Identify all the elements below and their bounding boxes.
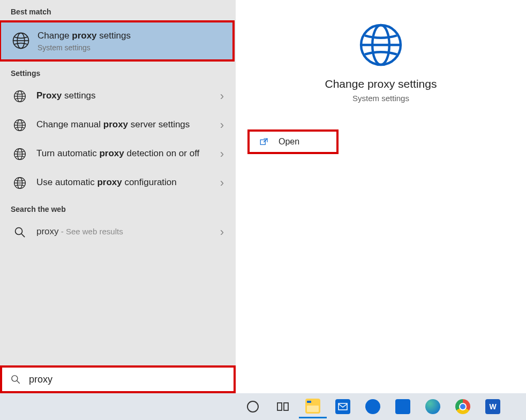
- app1-icon[interactable]: [359, 395, 387, 418]
- best-match-result[interactable]: Change proxy settings System settings: [0, 20, 235, 62]
- svg-point-23: [247, 401, 258, 412]
- search-input[interactable]: [29, 374, 226, 385]
- chevron-right-icon: ›: [217, 147, 227, 161]
- task-view-icon[interactable]: [269, 395, 297, 418]
- chevron-right-icon: ›: [217, 89, 227, 103]
- edge-icon[interactable]: [419, 395, 447, 418]
- app2-icon[interactable]: [389, 395, 417, 418]
- web-result[interactable]: proxy - See web results ›: [0, 218, 236, 247]
- svg-rect-25: [284, 403, 288, 410]
- settings-result-3[interactable]: Use automatic proxy configuration ›: [0, 169, 236, 197]
- globe-icon: [11, 116, 29, 134]
- open-label: Open: [279, 137, 299, 147]
- chevron-right-icon: ›: [217, 118, 227, 132]
- detail-subtitle: System settings: [352, 94, 409, 103]
- best-match-text: Change proxy settings System settings: [37, 30, 224, 52]
- settings-result-1[interactable]: Change manual proxy server settings ›: [0, 111, 236, 140]
- globe-icon: [11, 145, 29, 163]
- globe-icon: [11, 87, 29, 105]
- search-icon: [10, 373, 21, 385]
- cortana-icon[interactable]: [239, 395, 267, 418]
- best-match-header: Best match: [0, 0, 236, 20]
- svg-line-18: [17, 381, 20, 384]
- settings-result-2[interactable]: Turn automatic proxy detection on or off…: [0, 140, 236, 169]
- taskbar: W: [0, 393, 526, 420]
- svg-rect-22: [260, 140, 265, 144]
- mail-icon[interactable]: [329, 395, 357, 418]
- svg-rect-26: [339, 403, 347, 410]
- open-button[interactable]: Open: [247, 129, 339, 154]
- web-header: Search the web: [0, 197, 236, 218]
- open-icon: [259, 137, 269, 147]
- globe-large-icon: [357, 21, 404, 70]
- search-icon: [11, 223, 29, 241]
- chevron-right-icon: ›: [217, 176, 227, 190]
- search-box[interactable]: [0, 365, 236, 393]
- svg-line-16: [21, 234, 25, 237]
- file-explorer-icon[interactable]: [299, 395, 327, 418]
- globe-icon: [12, 32, 30, 50]
- svg-point-15: [16, 227, 22, 234]
- svg-rect-24: [277, 403, 282, 410]
- globe-icon: [11, 174, 29, 192]
- settings-result-0[interactable]: Proxy settings ›: [0, 82, 236, 111]
- detail-pane: Change proxy settings System settings Op…: [236, 0, 526, 393]
- detail-title: Change proxy settings: [325, 78, 437, 90]
- word-icon[interactable]: W: [479, 395, 507, 418]
- search-results-pane: Best match Change proxy settings System …: [0, 0, 236, 393]
- chrome-icon[interactable]: [449, 395, 477, 418]
- chevron-right-icon: ›: [217, 225, 227, 239]
- svg-point-17: [12, 376, 18, 381]
- settings-header: Settings: [0, 62, 236, 82]
